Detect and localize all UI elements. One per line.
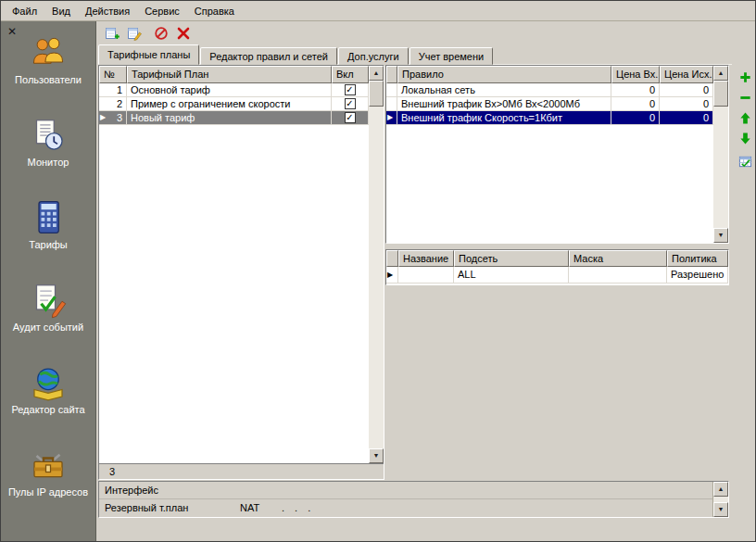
sidebar-item-users[interactable]: Пользователи <box>1 34 95 85</box>
network-subnet: ALL <box>454 267 569 284</box>
add-record-icon <box>105 26 120 41</box>
remove-rule-button[interactable] <box>736 89 754 107</box>
scroll-down-icon[interactable]: ▼ <box>713 228 728 243</box>
add-rule-button[interactable] <box>736 69 754 86</box>
current-row-icon: ▶ <box>387 271 393 280</box>
network-policy: Разрешено <box>667 267 728 284</box>
interface-panel-scrollbar[interactable]: ▲ ▼ <box>712 482 728 517</box>
menu-file[interactable]: Файл <box>5 3 44 19</box>
rule-price-in: 0 <box>611 111 660 125</box>
cancel-icon <box>154 26 169 41</box>
sidebar-item-audit[interactable]: Аудит событий <box>1 282 95 333</box>
checkbox-checked-icon[interactable]: ✓ <box>345 84 356 95</box>
main-area: Тарифные планы Редактор правил и сетей Д… <box>96 21 755 541</box>
move-rule-up-button[interactable] <box>736 109 754 127</box>
column-header-plan-name[interactable]: Тарифный План <box>127 66 332 83</box>
edit-record-button[interactable] <box>124 24 145 43</box>
rules-scrollbar[interactable]: ▲ ▼ <box>713 66 728 243</box>
apply-rules-button[interactable] <box>736 153 754 170</box>
add-record-button[interactable] <box>102 24 122 43</box>
plans-scrollbar-thumb[interactable] <box>369 81 384 107</box>
sidebar-item-label: Пулы IP адресов <box>8 486 88 498</box>
plan-row[interactable]: 1 Основной тариф ✓ <box>99 83 369 97</box>
rule-price-out: 0 <box>660 97 713 111</box>
rule-name: Внешний трафик Скорость=1Кбит <box>397 111 611 125</box>
sidebar-items: Пользователи Монитор <box>1 34 95 529</box>
network-row[interactable]: ▶ ALL Разрешено <box>386 267 728 284</box>
plans-scrollbar[interactable]: ▲ ▼ <box>369 66 384 463</box>
checkbox-checked-icon[interactable]: ✓ <box>345 98 356 109</box>
edit-record-icon <box>127 26 142 41</box>
rule-row-selected[interactable]: ▶ Внешний трафик Скорость=1Кбит 0 0 <box>386 111 713 125</box>
sidebar-item-monitor[interactable]: Монитор <box>1 117 95 168</box>
plan-row-number: 2 <box>99 97 127 111</box>
column-header-price-out[interactable]: Цена Исх. <box>660 66 713 83</box>
menu-service[interactable]: Сервис <box>137 3 187 19</box>
tab-time-accounting[interactable]: Учет времени <box>410 47 494 65</box>
rule-action-buttons <box>734 69 756 170</box>
record-count: 3 <box>109 466 115 477</box>
tab-extra-services[interactable]: Доп.услуги <box>338 47 409 65</box>
reserve-plan-value: NAT <box>240 499 259 516</box>
plan-row[interactable]: 2 Пример с ограничением скорости ✓ <box>99 97 369 111</box>
current-row-icon: ▶ <box>387 113 393 122</box>
tab-bar: Тарифные планы Редактор правил и сетей Д… <box>98 44 494 65</box>
rule-row[interactable]: Локальная сеть 0 0 <box>386 83 713 97</box>
plans-scrollbar-track[interactable] <box>369 81 384 448</box>
menu-actions[interactable]: Действия <box>78 3 137 19</box>
sidebar-item-label: Аудит событий <box>13 321 83 333</box>
row-indicator-cell: ▶ <box>386 111 397 125</box>
checkbox-checked-icon[interactable]: ✓ <box>345 112 356 123</box>
scroll-up-icon[interactable]: ▲ <box>369 66 384 81</box>
sidebar: ✕ Пользователи <box>1 21 96 541</box>
column-header-price-in[interactable]: Цена Вх. <box>611 66 660 83</box>
sidebar-item-site-editor[interactable]: Редактор сайта <box>1 364 95 415</box>
rule-price-in: 0 <box>611 97 660 111</box>
column-header-enabled[interactable]: Вкл <box>332 66 369 83</box>
monitor-icon <box>30 117 67 154</box>
rule-price-out: 0 <box>660 83 713 97</box>
column-header-num[interactable]: № <box>99 66 127 83</box>
plan-enabled-cell[interactable]: ✓ <box>332 111 369 125</box>
reserve-plan-row[interactable]: Резервный т.план NAT . . . <box>99 499 712 517</box>
tab-tariff-plans[interactable]: Тарифные планы <box>98 44 199 65</box>
menu-help[interactable]: Справка <box>187 3 242 19</box>
plan-number-text: 3 <box>117 112 122 123</box>
sidebar-item-ip-pools[interactable]: Пулы IP адресов <box>1 447 95 498</box>
cancel-button[interactable] <box>151 24 171 43</box>
plan-row-number: 1 <box>99 83 127 97</box>
scroll-up-icon[interactable]: ▲ <box>713 482 728 497</box>
plan-row-selected[interactable]: ▶ 3 Новый тариф ✓ <box>99 111 369 125</box>
rules-scrollbar-thumb[interactable] <box>713 81 728 107</box>
plan-name: Основной тариф <box>127 83 332 97</box>
indicator-column-header <box>386 250 398 267</box>
scroll-down-icon[interactable]: ▼ <box>369 448 384 463</box>
plan-row-number: ▶ 3 <box>99 111 127 125</box>
plan-enabled-cell[interactable]: ✓ <box>332 97 369 111</box>
row-indicator-cell <box>386 83 397 97</box>
delete-button[interactable] <box>173 24 194 43</box>
plans-grid-footer: 3 <box>99 463 384 479</box>
scroll-up-icon[interactable]: ▲ <box>713 66 728 81</box>
scroll-down-icon[interactable]: ▼ <box>713 502 728 517</box>
tariff-plans-grid: № Тарифный План Вкл 1 Основной тариф ✓ 2… <box>98 65 384 480</box>
interface-panel: Интерфейс Резервный т.план NAT . . . ▲ ▼ <box>98 481 729 518</box>
column-header-rule[interactable]: Правило <box>397 66 611 83</box>
column-header-subnet[interactable]: Подсеть <box>454 250 569 267</box>
rule-price-in: 0 <box>611 83 660 97</box>
plan-number-text: 2 <box>117 98 122 109</box>
plans-grid-empty-area <box>99 125 369 463</box>
column-header-policy[interactable]: Политика <box>667 250 728 267</box>
rules-grid: Правило Цена Вх. Цена Исх. Локальная сет… <box>385 65 729 244</box>
plan-enabled-cell[interactable]: ✓ <box>332 83 369 97</box>
move-rule-down-button[interactable] <box>736 130 754 147</box>
sidebar-item-tariffs[interactable]: Тарифы <box>1 199 95 250</box>
apply-icon <box>738 155 752 169</box>
rules-scrollbar-track[interactable] <box>713 81 728 228</box>
rule-row[interactable]: Внешний трафик Вх>0Мб Вх<2000Мб 0 0 <box>386 97 713 111</box>
menu-view[interactable]: Вид <box>44 3 78 19</box>
column-header-network-name[interactable]: Название <box>398 250 454 267</box>
tab-rules-editor[interactable]: Редактор правил и сетей <box>200 47 337 65</box>
users-icon <box>30 34 67 71</box>
column-header-mask[interactable]: Маска <box>569 250 667 267</box>
